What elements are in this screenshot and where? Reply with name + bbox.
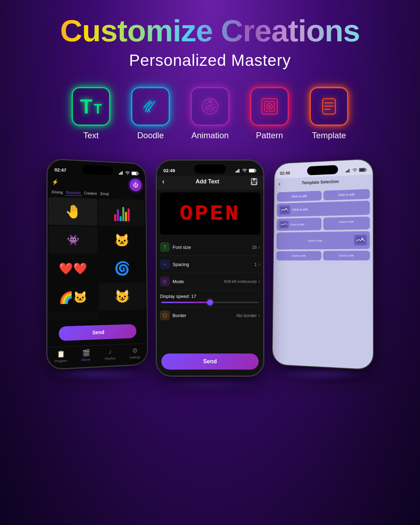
text-icon-box: T T bbox=[72, 87, 110, 126]
svg-rect-22 bbox=[249, 169, 254, 172]
template-btn-4[interactable]: Click to edit bbox=[276, 218, 321, 231]
center-status-time: 02:49 bbox=[163, 168, 175, 173]
slider-fill bbox=[161, 302, 210, 303]
grid-cell-cat2[interactable]: 😺 bbox=[99, 283, 146, 311]
power-button[interactable]: ⏻ bbox=[130, 178, 141, 191]
nav-movie[interactable]: 🎬 Movie bbox=[82, 349, 90, 362]
main-title: Customize Creations bbox=[0, 14, 420, 48]
image-placeholder-3 bbox=[281, 207, 288, 213]
border-icon-box: ⬡ bbox=[160, 310, 170, 320]
icon-item-pattern: Pattern bbox=[250, 87, 289, 140]
tab-driving[interactable]: Driving bbox=[50, 189, 64, 195]
template-btn-3[interactable]: Click to edit bbox=[277, 201, 370, 217]
mode-icon-box: ⊞ bbox=[160, 276, 170, 286]
template-btn-1[interactable]: Click to edit bbox=[277, 191, 321, 202]
phone-center-screen: 02:49 ‹ Add Text bbox=[156, 160, 264, 376]
center-send-button[interactable]: Send bbox=[161, 354, 259, 370]
small-t: T bbox=[94, 102, 102, 115]
doodle-icon-box bbox=[131, 87, 170, 126]
template-btn-8[interactable]: Click to edit bbox=[323, 251, 370, 260]
nav-rhythm[interactable]: ♪ Rhythm bbox=[105, 348, 115, 360]
left-status-icons bbox=[119, 170, 139, 175]
template-icon-box bbox=[310, 87, 348, 126]
right-phone-shadow bbox=[271, 369, 373, 379]
grid-cell-nyan[interactable]: 🌈🐱 bbox=[48, 283, 98, 312]
grid-cell-swirl[interactable]: 🌀 bbox=[98, 255, 146, 282]
phone-center: 02:49 ‹ Add Text bbox=[156, 160, 264, 377]
save-icon[interactable] bbox=[250, 178, 258, 186]
tab-business[interactable]: Business bbox=[65, 190, 82, 196]
grid-cell-cross[interactable]: ✕ bbox=[48, 312, 98, 321]
template-btn-2[interactable]: Click to edit bbox=[323, 189, 370, 200]
phone-left-screen: 02:47 ⚡ ⏻ bbox=[47, 159, 147, 369]
setting-spacing-left: ↔ Spacing bbox=[160, 259, 189, 269]
right-back-button[interactable]: ‹ bbox=[278, 180, 280, 188]
font-size-label: Font size bbox=[173, 244, 191, 250]
right-title: Template Selection bbox=[302, 179, 339, 185]
image-placeholder-6 bbox=[357, 237, 365, 243]
speed-value: 17 bbox=[191, 294, 196, 299]
doodle-label: Doodle bbox=[137, 131, 164, 140]
slider-thumb bbox=[207, 300, 213, 305]
template-row-5: Click to edit Click to edit bbox=[276, 251, 370, 260]
nav-program[interactable]: 📋 Program bbox=[55, 350, 67, 363]
cross-symbol: ✕ bbox=[66, 316, 80, 321]
grid-cell-hearts[interactable]: ❤️❤️ bbox=[48, 254, 98, 282]
setting-speed: Display speed: 17 bbox=[160, 290, 260, 307]
pattern-label: Pattern bbox=[256, 131, 283, 140]
notch-spacer bbox=[77, 167, 108, 175]
nav-settings[interactable]: ⚙ Settings bbox=[130, 346, 141, 359]
template-btn-6[interactable]: Click to edit bbox=[276, 231, 370, 250]
right-notch bbox=[307, 165, 338, 175]
phone-right-wrapper: 02:49 ‹ Template Selection bbox=[271, 160, 373, 379]
center-header: ‹ Add Text bbox=[156, 176, 264, 190]
doodle-svg-icon bbox=[139, 94, 162, 118]
grid-cell-sparkle[interactable]: ✨💜 bbox=[99, 310, 146, 321]
mode-right: Shift left continuously › bbox=[224, 278, 260, 285]
template-label-6: Click to edit bbox=[279, 239, 352, 243]
template-img-4 bbox=[279, 221, 289, 229]
right-status-time: 02:49 bbox=[280, 170, 290, 176]
setting-mode: ⊞ Mode Shift left continuously › bbox=[160, 273, 260, 290]
speed-label: Display speed: bbox=[160, 294, 190, 299]
tab-emoji[interactable]: Emoji bbox=[99, 191, 110, 197]
tab-creative[interactable]: Creative bbox=[83, 190, 98, 196]
slider-track[interactable] bbox=[161, 302, 259, 303]
font-size-right: 16 › bbox=[252, 244, 260, 250]
template-row-1: Click to edit Click to edit bbox=[277, 189, 370, 202]
left-send-button[interactable]: Send bbox=[59, 324, 136, 341]
grid-cell-hand[interactable]: 🤚 bbox=[48, 197, 97, 225]
big-t: T bbox=[80, 96, 92, 117]
speed-label-row: Display speed: 17 bbox=[160, 294, 260, 299]
left-status-time: 02:47 bbox=[55, 167, 66, 173]
center-title: Add Text bbox=[196, 178, 219, 185]
border-icon: ⬡ bbox=[163, 313, 167, 318]
svg-rect-24 bbox=[253, 178, 255, 181]
template-btn-7[interactable]: Click to edit bbox=[276, 251, 321, 260]
setting-font-size: T Font size 16 › bbox=[160, 239, 260, 256]
border-right: No border › bbox=[237, 312, 260, 318]
bluetooth-icon: ⚡ bbox=[51, 178, 58, 185]
icon-item-doodle: Doodle bbox=[131, 87, 170, 140]
right-header-spacer bbox=[361, 180, 368, 180]
svg-rect-13 bbox=[119, 173, 120, 175]
rhythm-icon: ♪ bbox=[108, 348, 112, 356]
grid-cell-bars[interactable] bbox=[98, 198, 145, 226]
grid-cell-cat[interactable]: 🐱 bbox=[98, 226, 145, 254]
mode-icon: ⊞ bbox=[163, 279, 167, 284]
svg-point-4 bbox=[211, 107, 214, 110]
grid-cell-pacman[interactable]: 👾 bbox=[48, 226, 97, 254]
template-btn-5[interactable]: Click to edit bbox=[323, 217, 370, 230]
center-power-btn bbox=[264, 202, 264, 216]
spacing-label: Spacing bbox=[173, 261, 189, 267]
mode-chevron: › bbox=[258, 278, 260, 285]
nav-program-label: Program bbox=[55, 359, 67, 363]
font-size-icon: T bbox=[163, 244, 167, 250]
back-button[interactable]: ‹ bbox=[162, 177, 164, 186]
template-img-6 bbox=[354, 234, 367, 245]
template-list: Click to edit Click to edit Click to edi… bbox=[273, 187, 373, 370]
mode-value: Shift left continuously bbox=[224, 279, 257, 283]
bar-6 bbox=[127, 208, 130, 221]
setting-border: ⬡ Border No border › bbox=[160, 307, 260, 324]
bar-5 bbox=[125, 212, 127, 221]
